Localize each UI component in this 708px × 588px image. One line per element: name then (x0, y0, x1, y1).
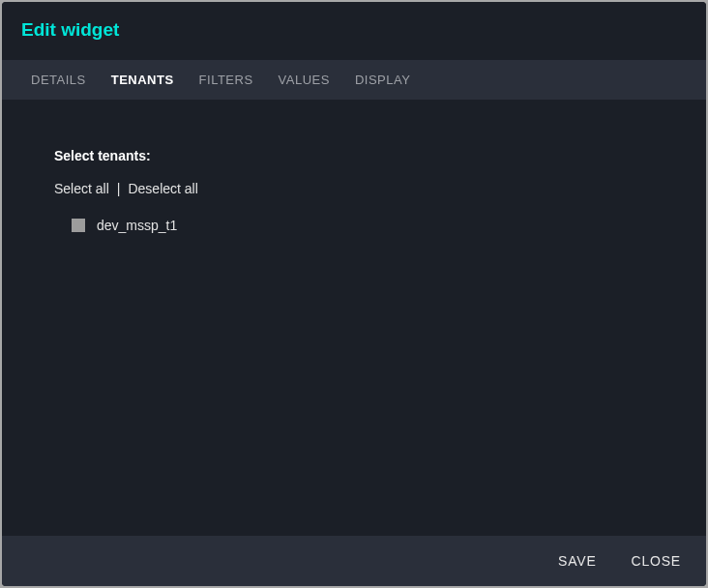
edit-widget-modal: Edit widget DETAILS TENANTS FILTERS VALU… (2, 2, 706, 586)
tenant-checkbox[interactable] (72, 219, 85, 232)
close-button[interactable]: CLOSE (632, 553, 681, 569)
tenant-name: dev_mssp_t1 (97, 218, 177, 233)
tenant-list: dev_mssp_t1 (54, 218, 667, 233)
select-actions: Select all | Deselect all (54, 181, 667, 196)
action-separator: | (117, 181, 121, 196)
tab-bar: DETAILS TENANTS FILTERS VALUES DISPLAY (2, 60, 706, 100)
tab-details[interactable]: DETAILS (31, 61, 86, 99)
modal-title: Edit widget (21, 19, 687, 41)
modal-footer: SAVE CLOSE (2, 536, 706, 586)
save-button[interactable]: SAVE (558, 553, 597, 569)
tab-display[interactable]: DISPLAY (355, 61, 410, 99)
tab-values[interactable]: VALUES (279, 61, 330, 99)
modal-header: Edit widget (2, 2, 706, 60)
select-all-link[interactable]: Select all (54, 181, 109, 196)
tenant-item: dev_mssp_t1 (72, 218, 667, 233)
modal-body: Select tenants: Select all | Deselect al… (2, 100, 706, 536)
select-tenants-label: Select tenants: (54, 148, 667, 163)
deselect-all-link[interactable]: Deselect all (128, 181, 197, 196)
tab-filters[interactable]: FILTERS (199, 61, 253, 99)
tab-tenants[interactable]: TENANTS (111, 61, 174, 99)
